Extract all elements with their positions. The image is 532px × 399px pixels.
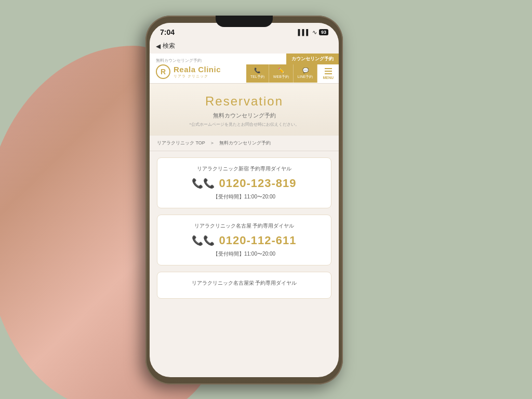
header-right: カウンセリング予約 📞 TEL予約 ✏️ WEB予約 💬 LINE予約 [246,54,339,83]
hero-section: Reservation 無料カウンセリング予約 *公式ホームページを見たとお問合… [150,84,339,136]
phone-case: 7:04 ▌▌▌ ∿ 93 ◀ 検索 無料カウンセリング予約 R [145,16,343,384]
phone-number-shinjuku[interactable]: 0120-123-819 [219,177,296,190]
tel-icon: 📞 [254,68,260,73]
clinic-name-nagoya: リアラクリニック名古屋 予約専用ダイヤル [165,222,324,230]
menu-button[interactable]: MENU [317,64,339,83]
hero-title: Reservation [158,94,330,109]
back-arrow-icon[interactable]: ◀ [156,43,161,50]
status-time: 7:04 [160,28,175,36]
clinic-card-shinjuku[interactable]: リアラクリニック新宿 予約専用ダイヤル 📞📞 0120-123-819 【受付時… [157,157,331,208]
web-label: WEB予約 [273,74,289,79]
back-label[interactable]: 検索 [163,42,175,50]
logo-row: R Reala Clinic リアラ クリニック [156,64,240,79]
clinic-name-shinjuku: リアラクリニック新宿 予約専用ダイヤル [165,165,324,172]
logo-name[interactable]: Reala Clinic [174,65,221,74]
phone-icon-shinjuku: 📞📞 [192,178,215,189]
signal-icon: ▌▌▌ [298,29,310,35]
phone-row-nagoya: 📞📞 0120-112-611 [165,234,324,247]
menu-line-1 [325,68,332,69]
wifi-icon: ∿ [312,29,317,36]
site-header: 無料カウンセリング予約 R Reala Clinic リアラ クリニック カウン… [150,54,339,84]
status-right: ▌▌▌ ∿ 93 [298,29,328,36]
line-label: LINE予約 [298,74,313,79]
web-icon: ✏️ [278,68,284,73]
phone-icon-nagoya: 📞📞 [192,235,215,246]
breadcrumb-text: リアラクリニック TOP ＞ 無料カウンセリング予約 [157,140,271,145]
clinic-name-nagoya-sakae: リアラクリニック名古屋栄 予約専用ダイヤル [165,280,324,287]
content-area[interactable]: リアラクリニック新宿 予約専用ダイヤル 📞📞 0120-123-819 【受付時… [150,151,339,311]
web-button[interactable]: ✏️ WEB予約 [269,64,294,83]
hero-note: *公式ホームページを見たとお問合せ時にお伝えください。 [158,122,330,127]
scene: 7:04 ▌▌▌ ∿ 93 ◀ 検索 無料カウンセリング予約 R [0,0,532,399]
notch [216,16,273,27]
logo-text: Reala Clinic リアラ クリニック [174,65,221,79]
clinic-card-nagoya-sakae[interactable]: リアラクリニック名古屋栄 予約専用ダイヤル [157,272,331,299]
logo-label: 無料カウンセリング予約 [156,58,240,63]
phone-number-nagoya[interactable]: 0120-112-611 [219,234,296,247]
logo-sub: リアラ クリニック [174,74,221,79]
nav-back-bar: ◀ 検索 [150,39,339,54]
battery-indicator: 93 [319,29,328,35]
counseling-button[interactable]: カウンセリング予約 [286,54,339,64]
hours-shinjuku: 【受付時間】11:00〜20:00 [165,193,324,201]
line-button[interactable]: 💬 LINE予約 [294,64,318,83]
tel-label: TEL予約 [250,74,264,79]
hours-nagoya: 【受付時間】11:00〜20:00 [165,250,324,258]
tel-button[interactable]: 📞 TEL予約 [246,64,269,83]
menu-label: MENU [323,76,334,79]
nav-buttons: 📞 TEL予約 ✏️ WEB予約 💬 LINE予約 [246,64,339,83]
menu-line-3 [325,73,332,74]
logo-area: 無料カウンセリング予約 R Reala Clinic リアラ クリニック [150,54,246,83]
phone-screen: 7:04 ▌▌▌ ∿ 93 ◀ 検索 無料カウンセリング予約 R [150,23,339,377]
clinic-card-nagoya[interactable]: リアラクリニック名古屋 予約専用ダイヤル 📞📞 0120-112-611 【受付… [157,215,331,265]
hero-subtitle: 無料カウンセリング予約 [158,112,330,119]
breadcrumb: リアラクリニック TOP ＞ 無料カウンセリング予約 [150,136,339,151]
menu-line-2 [325,71,332,72]
logo-icon: R [156,64,170,79]
line-icon: 💬 [302,68,309,73]
phone-row-shinjuku: 📞📞 0120-123-819 [165,177,324,190]
